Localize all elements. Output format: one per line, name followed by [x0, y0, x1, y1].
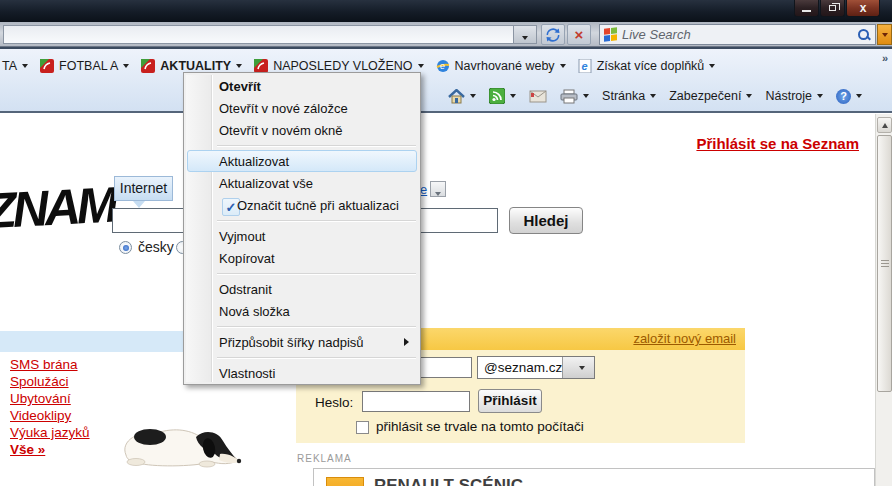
- close-icon: x: [847, 1, 879, 15]
- chevron-down-icon: [522, 36, 528, 40]
- link-sms-brana[interactable]: SMS brána: [10, 356, 90, 373]
- remember-checkbox[interactable]: [356, 421, 369, 434]
- chevron-down-icon: [583, 94, 589, 98]
- minimize-button[interactable]: [794, 0, 819, 17]
- favorites-bar: TA FOTBAL A AKTUALITY NAPOSLEDY VLOŽENO …: [0, 51, 892, 81]
- favorites-item-aktuality[interactable]: AKTUALITY: [141, 59, 242, 73]
- collapsed-dropdown[interactable]: [430, 181, 446, 197]
- menu-item-odstranit[interactable]: Odstranit: [186, 278, 418, 300]
- window-controls: x: [793, 0, 880, 17]
- ie-icon: e: [436, 59, 450, 73]
- stop-icon: ×: [575, 26, 584, 43]
- tools-menu-button[interactable]: Nástroje: [765, 89, 823, 103]
- link-videoklipy[interactable]: Videoklipy: [10, 407, 90, 424]
- restore-icon: [829, 5, 836, 11]
- link-spoluzaci[interactable]: Spolužáci: [10, 373, 90, 390]
- partial-link[interactable]: e: [420, 182, 427, 197]
- menu-item-aktualizovat[interactable]: Aktualizovat: [186, 150, 418, 172]
- favorites-item-label: TA: [2, 59, 17, 73]
- page-menu-label: Stránka: [602, 89, 645, 103]
- menu-item-vyjmout[interactable]: Vyjmout: [186, 225, 418, 247]
- live-search-input[interactable]: [622, 27, 857, 42]
- menu-item-otevrit-okno[interactable]: Otevřít v novém okně: [186, 119, 418, 141]
- chevron-down-icon: [560, 64, 566, 68]
- menu-item-oznacit-tucne[interactable]: ✓ Označit tučně při aktualizaci: [186, 194, 418, 216]
- tab-pointer-icon: [133, 201, 145, 208]
- chevron-down-icon: [650, 94, 656, 98]
- favorites-item-label: FOTBAL A: [59, 59, 118, 73]
- email-domain-value: @seznam.cz: [478, 360, 562, 375]
- menu-separator: [186, 269, 418, 278]
- new-email-link[interactable]: založit nový email: [633, 331, 736, 346]
- signin-link[interactable]: Přihlásit se na Seznam: [696, 135, 859, 152]
- favorites-item-doplnky[interactable]: e Získat více doplňků: [578, 59, 716, 73]
- minimize-icon: [802, 10, 811, 12]
- favorites-item-ta[interactable]: TA: [2, 59, 28, 73]
- login-button[interactable]: Přihlásit: [478, 389, 542, 413]
- menu-item-otevrit[interactable]: Otevřít: [186, 75, 418, 97]
- favorites-item-label: NAPOSLEDY VLOŽENO: [273, 59, 412, 73]
- address-bar: ×: [0, 22, 892, 47]
- radio-cesky[interactable]: [119, 241, 132, 254]
- home-button[interactable]: [448, 89, 476, 104]
- address-input[interactable]: [3, 25, 514, 44]
- link-vse-more[interactable]: Vše »: [10, 441, 90, 458]
- select-arrow-button[interactable]: [562, 357, 594, 378]
- toolbar-overflow-button[interactable]: »: [882, 52, 888, 64]
- chevron-down-icon: [236, 64, 242, 68]
- menu-item-otevrit-zalozka[interactable]: Otevřít v nové záložce: [186, 97, 418, 119]
- search-submit-button[interactable]: Hledej: [509, 207, 583, 234]
- scroll-up-button[interactable]: [877, 117, 892, 133]
- chevron-down-icon: [709, 64, 715, 68]
- print-button[interactable]: [560, 89, 589, 104]
- search-icon[interactable]: [857, 28, 871, 42]
- link-vyuka-jazyku[interactable]: Výuka jazyků: [10, 424, 90, 441]
- ad-banner[interactable]: RENAULT SCÉNIC: [313, 468, 875, 486]
- restore-button[interactable]: [820, 0, 845, 17]
- vertical-scrollbar[interactable]: [875, 114, 892, 486]
- svg-text:e: e: [581, 60, 587, 72]
- menu-item-vlastnosti[interactable]: Vlastnosti: [186, 362, 418, 384]
- stop-button[interactable]: ×: [567, 24, 591, 45]
- feed-favicon: [40, 59, 54, 73]
- menu-separator: [186, 216, 418, 225]
- password-input[interactable]: [362, 391, 470, 412]
- address-dropdown-button[interactable]: [514, 25, 537, 44]
- chevron-down-icon: [510, 94, 516, 98]
- browser-window: x × TA FOTBAL A: [0, 0, 892, 486]
- chevron-down-icon: [22, 64, 28, 68]
- help-menu-button[interactable]: ?: [836, 89, 862, 104]
- read-mail-button[interactable]: [529, 90, 547, 103]
- email-domain-select[interactable]: @seznam.cz: [477, 356, 595, 379]
- menu-item-kopirovat[interactable]: Kopírovat: [186, 247, 418, 269]
- security-menu-button[interactable]: Zabezpečení: [669, 89, 752, 103]
- remember-checkbox-label: přihlásit se trvale na tomto počítači: [376, 419, 584, 434]
- favorites-item-fotbal[interactable]: FOTBAL A: [40, 59, 129, 73]
- tab-internet[interactable]: Internet: [114, 176, 173, 201]
- close-button[interactable]: x: [846, 0, 880, 17]
- search-options-button[interactable]: [877, 24, 892, 45]
- chevron-down-icon: [746, 94, 752, 98]
- windows-flag-icon: [604, 27, 617, 41]
- scrollbar-thumb[interactable]: [877, 135, 892, 392]
- svg-text:e: e: [440, 61, 445, 71]
- submenu-arrow-icon: [404, 338, 409, 346]
- favorites-item-naposledy[interactable]: NAPOSLEDY VLOŽENO: [254, 59, 423, 73]
- favorites-item-navrhovane[interactable]: e Navrhované weby: [436, 59, 566, 73]
- refresh-button[interactable]: [541, 24, 565, 45]
- left-links-list: SMS brána Spolužáci Ubytování Videoklipy…: [10, 356, 90, 458]
- chevron-down-icon: [817, 94, 823, 98]
- page-menu-button[interactable]: Stránka: [602, 89, 656, 103]
- favorites-item-label: Získat více doplňků: [597, 59, 705, 73]
- mail-icon: [529, 90, 547, 103]
- link-ubytovani[interactable]: Ubytování: [10, 390, 90, 407]
- chevron-down-icon: [470, 94, 476, 98]
- menu-item-prizpusobit-sirky[interactable]: Přizpůsobit šířky nadpisů: [186, 331, 418, 353]
- feeds-button[interactable]: [489, 88, 516, 104]
- security-menu-label: Zabezpečení: [669, 89, 741, 103]
- feed-favicon: [254, 59, 268, 73]
- menu-item-aktualizovat-vse[interactable]: Aktualizovat vše: [186, 172, 418, 194]
- menu-item-nova-slozka[interactable]: Nová složka: [186, 300, 418, 322]
- home-icon: [448, 89, 465, 104]
- ad-logo: [326, 477, 364, 486]
